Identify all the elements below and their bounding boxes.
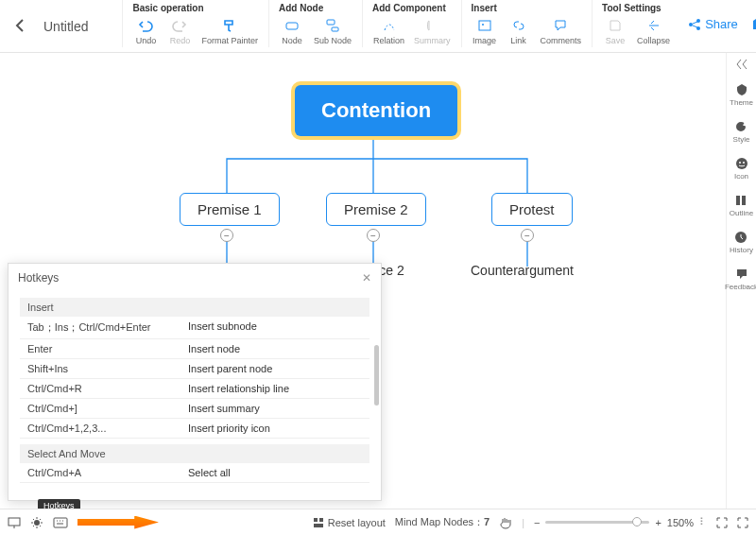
format-painter-button[interactable]: Format Painter [197, 13, 263, 47]
hotkeys-body[interactable]: InsertTab；Ins；Ctrl/Cmd+EnterInsert subno… [9, 292, 381, 498]
undo-button[interactable]: Undo [129, 13, 163, 47]
svg-rect-0 [286, 23, 298, 29]
svg-rect-19 [314, 524, 323, 527]
share-export: Share Export [680, 0, 756, 48]
zoom-controls: − + 150% ⠇ [534, 516, 707, 528]
svg-point-8 [736, 158, 747, 169]
svg-rect-16 [54, 518, 67, 527]
insert-link-button[interactable]: Link [502, 13, 536, 47]
collapse-toggle[interactable]: − [521, 229, 534, 242]
hotkeys-section: Select And Move [20, 444, 369, 463]
rail-icon[interactable]: Icon [734, 157, 748, 181]
group-tool-settings: Tool Settings Save Collapse [592, 0, 680, 47]
scrollbar-thumb[interactable] [374, 345, 379, 406]
node-protest[interactable]: Protest [491, 193, 573, 226]
reset-layout-button[interactable]: Reset layout [313, 517, 386, 528]
relation-button[interactable]: Relation [369, 13, 409, 47]
toolbar-groups: Basic operation Undo Redo Format Painter… [122, 0, 680, 47]
hotkeys-section: Insert [20, 298, 369, 317]
collapse-toggle[interactable]: − [220, 229, 233, 242]
hotkeys-panel: Hotkeys ✕ InsertTab；Ins；Ctrl/Cmd+EnterIn… [8, 263, 382, 501]
svg-rect-12 [742, 196, 746, 205]
root-node[interactable]: Contention [295, 85, 457, 136]
summary-button[interactable]: Summary [409, 13, 455, 47]
insert-image-button[interactable]: Image [468, 13, 502, 47]
group-add-component: Add Component Relation Summary [362, 0, 461, 47]
svg-rect-1 [327, 20, 335, 25]
svg-rect-18 [319, 518, 323, 522]
hotkeys-row: Ctrl/Cmd+]Insert summary [20, 399, 369, 419]
fit-screen-icon[interactable] [716, 517, 728, 528]
save-button[interactable]: Save [598, 13, 632, 47]
svg-point-15 [34, 520, 40, 526]
rail-style[interactable]: Style [733, 120, 750, 144]
zoom-in-button[interactable]: + [655, 517, 661, 528]
svg-rect-17 [314, 518, 318, 522]
collapse-button[interactable]: Collapse [632, 13, 675, 47]
document-title[interactable]: Untitled [32, 0, 99, 53]
zoom-menu-icon[interactable]: ⠇ [699, 516, 707, 528]
rail-outline[interactable]: Outline [730, 194, 753, 217]
right-rail: Theme Style Icon Outline History Feedbac… [726, 53, 756, 509]
svg-point-4 [482, 24, 484, 26]
collapse-toggle[interactable]: − [367, 229, 380, 242]
topbar: Untitled Basic operation Undo Redo Forma… [0, 0, 756, 53]
group-basic: Basic operation Undo Redo Format Painter [122, 0, 268, 47]
fullscreen-icon[interactable] [737, 517, 748, 528]
theme-mode-icon[interactable] [30, 516, 43, 529]
node-premise-1[interactable]: Premise 1 [180, 193, 280, 226]
close-icon[interactable]: ✕ [362, 271, 371, 285]
arrow-annotation [77, 516, 159, 529]
group-insert: Insert Image Link Comments [461, 0, 593, 47]
svg-rect-2 [332, 27, 338, 31]
svg-rect-3 [479, 21, 490, 30]
hotkeys-row: Shift+InsInsert parent node [20, 359, 369, 379]
zoom-slider[interactable] [545, 521, 649, 524]
back-button[interactable] [8, 0, 32, 51]
add-node-button[interactable]: Node [275, 13, 309, 47]
group-add-node: Add Node Node Sub Node [268, 0, 362, 47]
svg-rect-14 [9, 518, 20, 526]
share-button[interactable]: Share [688, 17, 738, 31]
redo-button[interactable]: Redo [163, 13, 197, 47]
node-premise-2[interactable]: Premise 2 [326, 193, 426, 226]
hotkeys-row: Ctrl/Cmd+RInsert relationship line [20, 379, 369, 399]
hotkeys-title: Hotkeys [18, 271, 59, 285]
pan-icon[interactable] [499, 516, 512, 529]
keyboard-icon[interactable] [53, 517, 68, 528]
rail-feedback[interactable]: Feedback [725, 268, 756, 291]
hotkeys-row: Ctrl/Cmd+1,2,3...Insert priority icon [20, 419, 369, 439]
hotkeys-row: Ctrl/Cmd+ASelect all [20, 463, 369, 483]
hotkeys-row: EnterInsert node [20, 339, 369, 359]
svg-point-9 [739, 162, 741, 164]
rail-theme[interactable]: Theme [730, 83, 753, 107]
zoom-value: 150% [667, 517, 694, 528]
child-text[interactable]: Counterargument [471, 263, 574, 278]
hotkeys-row: Tab；Ins；Ctrl/Cmd+EnterInsert subnode [20, 317, 369, 339]
zoom-out-button[interactable]: − [534, 517, 540, 528]
collapse-rail-button[interactable] [735, 59, 748, 70]
status-bar: Reset layout Mind Map Nodes：7 | − + 150%… [0, 509, 756, 535]
insert-comments-button[interactable]: Comments [536, 13, 587, 47]
svg-point-10 [743, 162, 745, 164]
svg-point-6 [689, 23, 693, 26]
export-button[interactable]: Export [751, 17, 756, 31]
rail-history[interactable]: History [730, 231, 753, 254]
node-count: Mind Map Nodes：7 [395, 515, 490, 529]
presentation-icon[interactable] [8, 516, 21, 529]
svg-rect-11 [736, 196, 740, 205]
add-subnode-button[interactable]: Sub Node [309, 13, 356, 47]
